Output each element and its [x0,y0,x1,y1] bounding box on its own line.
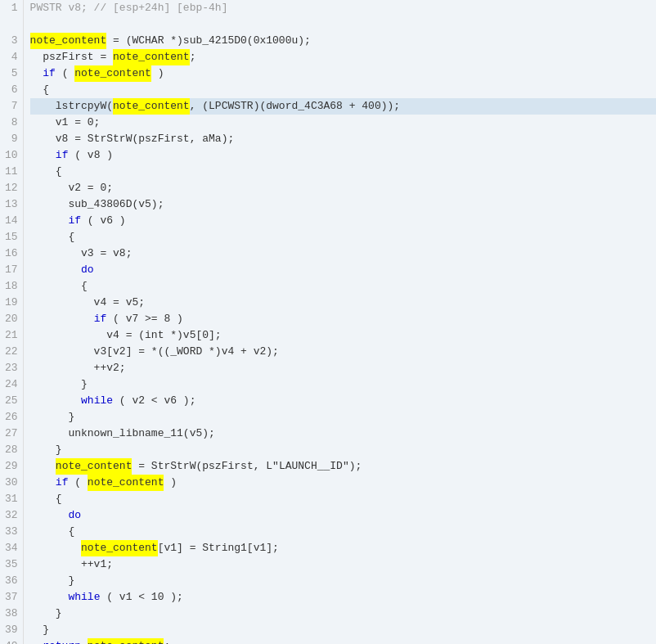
code-token: do [81,262,94,278]
code-line: v3[v2] = *((_WORD *)v4 + v2); [30,344,656,360]
code-token: } [30,409,75,426]
line-number: 19 [5,295,18,311]
code-line: v1 = 0; [30,115,656,131]
code-token: ++v2; [30,360,126,376]
code-token [30,262,81,278]
code-token: ( v6 ) [81,213,126,229]
code-token [30,458,56,475]
code-line: unknown_libname_11(v5); [30,426,656,442]
code-token [30,147,56,164]
line-number: 7 [5,98,18,115]
code-token: } [30,606,62,622]
line-number: 5 [5,65,18,82]
code-token: if [68,213,81,229]
code-token: if [56,475,69,491]
line-number: 20 [5,311,18,327]
line-number: 16 [5,245,18,262]
code-token: note_c [113,98,151,115]
code-line: } [30,573,656,589]
code-token: ( v2 < v6 ); [113,393,195,409]
line-number: 9 [5,131,18,147]
line-number: 6 [5,82,18,98]
line-number: 8 [5,115,18,131]
code-token: } [30,573,75,589]
line-number: 13 [5,196,18,213]
code-token: sub_43806D(v5); [30,196,164,213]
code-line: return note_content; [30,638,656,644]
code-token: = (WCHAR *)sub_4215D0(0x1000u); [106,33,311,49]
line-number: 21 [5,327,18,344]
code-token [30,507,69,524]
line-number: 38 [5,606,18,622]
code-line: if ( v8 ) [30,147,656,164]
code-token: unknown_libname_11(v5); [30,426,215,442]
code-line: { [30,491,656,507]
line-number: 11 [5,164,18,180]
code-token: { [30,229,75,245]
code-token [30,475,56,491]
line-number: 29 [5,458,18,475]
code-line: note_content = StrStrW(pszFirst, L"LAUNC… [30,458,656,475]
code-token: note_content [56,458,133,475]
code-line: sub_43806D(v5); [30,196,656,213]
code-token: v8 = StrStrW(pszFirst, aMa); [30,131,235,147]
code-line: { [30,229,656,245]
code-line: ++v1; [30,556,656,573]
code-token: note_content [81,540,158,556]
line-number: 23 [5,360,18,376]
code-token: { [30,82,49,98]
code-line: } [30,622,656,638]
code-line: ++v2; [30,360,656,376]
line-number: 35 [5,556,18,573]
code-token: , (LPCWSTR)(dword_4C3A68 + 400)); [190,98,400,115]
code-token: ) [151,65,164,82]
code-line: if ( note_content ) [30,65,656,82]
code-token: } [30,622,49,638]
code-line: do [30,262,656,278]
code-token: lstrcpyW( [30,98,113,115]
code-token: ( v7 >= 8 ) [106,311,183,327]
code-token: { [30,278,88,295]
line-number [5,16,18,33]
code-token: ontent [151,98,190,115]
line-number: 1 [5,0,18,16]
code-token [30,638,43,644]
code-line: pszFirst = note_content; [30,49,656,65]
line-number: 24 [5,376,18,393]
code-line: note_content[v1] = String1[v1]; [30,540,656,556]
code-token: v4 = v5; [30,295,145,311]
code-line: do [30,507,656,524]
line-number: 18 [5,278,18,295]
code-token [81,638,88,644]
code-token: if [43,65,56,82]
line-number: 22 [5,344,18,360]
code-token: { [30,164,62,180]
line-number: 14 [5,213,18,229]
code-token: ( [56,65,74,82]
code-token: [v1] = String1[v1]; [158,540,279,556]
code-token: ( [68,475,87,491]
line-number: 37 [5,589,18,606]
code-token [30,213,69,229]
line-number: 32 [5,507,18,524]
code-line: if ( v6 ) [30,213,656,229]
code-token: note_content [74,65,151,82]
code-area[interactable]: PWSTR v8; // [esp+24h] [ebp-4h] note_con… [24,0,656,644]
code-token: v3 = v8; [30,245,133,262]
code-token: pszFirst = [30,49,113,65]
code-token: note_content [113,49,190,65]
line-number: 4 [5,49,18,65]
code-line: } [30,606,656,622]
code-token: while [68,589,100,606]
code-token: note_content [30,33,107,49]
code-token: ( v1 < 10 ); [100,589,182,606]
code-line: note_content = (WCHAR *)sub_4215D0(0x100… [30,33,656,49]
code-line: v4 = (int *)v5[0]; [30,327,656,344]
code-line: while ( v1 < 10 ); [30,589,656,606]
code-line: PWSTR v8; // [esp+24h] [ebp-4h] [30,0,656,16]
code-token: ; [190,49,196,65]
code-token: if [56,147,69,164]
line-number: 39 [5,622,18,638]
code-line: { [30,164,656,180]
code-token: do [68,507,81,524]
